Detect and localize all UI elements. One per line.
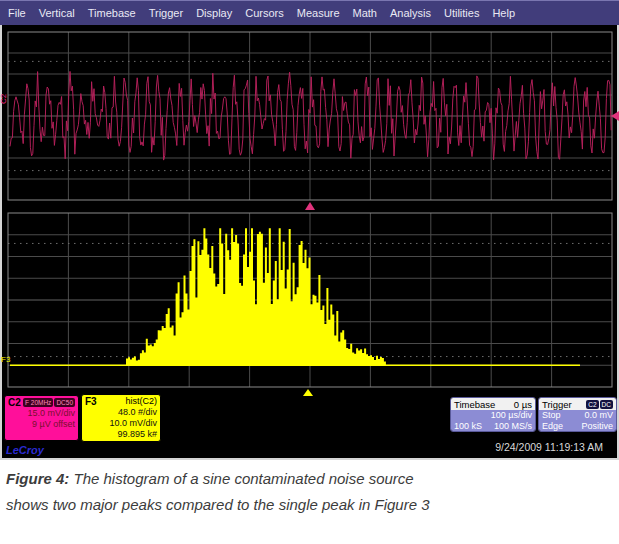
waveform-display: C2F3 bbox=[0, 25, 619, 397]
f3-counts-per-div: 48.0 #/div bbox=[85, 407, 157, 418]
scope-screen: File Vertical Timebase Trigger Display C… bbox=[0, 0, 619, 460]
c2-volts-per-div: 15.0 mV/div bbox=[8, 408, 75, 419]
menu-analysis[interactable]: Analysis bbox=[390, 7, 431, 19]
datetime-readout: 9/24/2009 11:19:13 AM bbox=[495, 441, 603, 453]
c2-offset: 9 µV offset bbox=[8, 419, 75, 430]
timebase-rate: 100 MS/s bbox=[494, 421, 532, 432]
trigger-type: Edge bbox=[542, 421, 563, 432]
menu-display[interactable]: Display bbox=[196, 7, 232, 19]
c2-filter-badge: F 20MHz bbox=[23, 398, 53, 407]
f3-mv-per-div: 10.0 mV/div bbox=[85, 418, 157, 429]
menu-help[interactable]: Help bbox=[492, 7, 515, 19]
menu-trigger[interactable]: Trigger bbox=[149, 7, 183, 19]
menu-utilities[interactable]: Utilities bbox=[444, 7, 479, 19]
trigger-slope: Positive bbox=[581, 421, 613, 432]
menu-measure[interactable]: Measure bbox=[297, 7, 340, 19]
trigger-mode: Stop bbox=[542, 410, 561, 421]
trigger-level: 0.0 mV bbox=[584, 410, 613, 421]
figure-caption: Figure 4: The histogram of a sine contam… bbox=[6, 466, 454, 518]
f3-label: F3 bbox=[85, 396, 97, 407]
menu-cursors[interactable]: Cursors bbox=[245, 7, 284, 19]
timebase-scale: 100 µs/div bbox=[491, 410, 532, 421]
histogram-trace bbox=[127, 228, 385, 365]
trigger-coupling-badge: DC bbox=[600, 400, 613, 409]
trace-label-f3: F3 bbox=[1, 355, 11, 364]
trigger-time-marker bbox=[305, 202, 315, 210]
f3-function: hist(C2) bbox=[125, 396, 157, 407]
timebase-samples: 100 kS bbox=[454, 421, 482, 432]
f3-population: 99.895 k# bbox=[85, 429, 157, 440]
oscilloscope-screenshot: File Vertical Timebase Trigger Display C… bbox=[0, 0, 619, 544]
trigger-source-badge: C2 bbox=[586, 400, 598, 409]
menu-timebase[interactable]: Timebase bbox=[88, 7, 136, 19]
timebase-title: Timebase bbox=[454, 399, 495, 410]
trigger-title: Trigger bbox=[542, 399, 572, 410]
menu-bar: File Vertical Timebase Trigger Display C… bbox=[0, 0, 619, 25]
menu-file[interactable]: File bbox=[8, 7, 26, 19]
c2-coupling-badge: DC50 bbox=[54, 398, 75, 407]
menu-math[interactable]: Math bbox=[353, 7, 377, 19]
channel-label-c2: C2 bbox=[0, 93, 8, 104]
timebase-position: 0 µs bbox=[514, 399, 532, 410]
c2-label: C2 bbox=[8, 397, 21, 408]
figure-caption-text: The histogram of a sine contaminated noi… bbox=[6, 470, 430, 513]
channel-descriptor-c2[interactable]: C2 F 20MHz DC50 15.0 mV/div 9 µV offset bbox=[4, 395, 79, 441]
histogram-trigger-marker bbox=[303, 389, 313, 396]
figure-caption-label: Figure 4: bbox=[6, 470, 69, 487]
timebase-panel[interactable]: Timebase 0 µs 100 µs/div 100 kS100 MS/s bbox=[450, 397, 536, 432]
trace-descriptor-f3[interactable]: F3 hist(C2) 48.0 #/div 10.0 mV/div 99.89… bbox=[81, 394, 161, 442]
menu-vertical[interactable]: Vertical bbox=[39, 7, 75, 19]
lecroy-logo: LeCroy bbox=[6, 444, 44, 456]
trigger-panel[interactable]: Trigger C2 DC Stop0.0 mV EdgePositive bbox=[538, 397, 617, 432]
